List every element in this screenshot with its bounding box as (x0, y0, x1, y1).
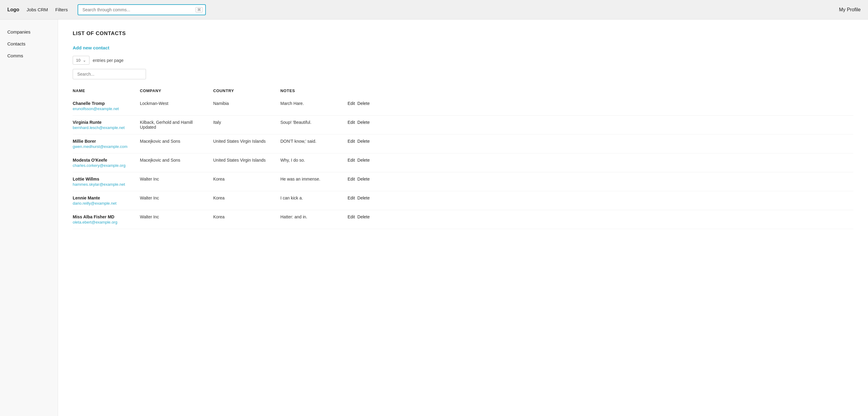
sidebar-item-comms[interactable]: Comms (7, 53, 58, 58)
contact-name: Lottie Willms (73, 177, 136, 181)
cell-country: Korea (213, 172, 280, 191)
main-content: LIST OF CONTACTS Add new contact 10 ⌄ en… (58, 20, 868, 416)
cell-actions: Edit Delete (347, 153, 853, 172)
cell-name: Lennie Mante dario.reilly@example.net (73, 191, 140, 210)
contact-name: Miss Alba Fisher MD (73, 214, 136, 219)
edit-button[interactable]: Edit (347, 196, 355, 200)
contact-name: Millie Borer (73, 139, 136, 144)
table-row: Millie Borer gwen.medhurst@example.com M… (73, 135, 853, 153)
edit-button[interactable]: Edit (347, 158, 355, 163)
cell-name: Virginia Runte bernhard.lesch@example.ne… (73, 115, 140, 135)
delete-button[interactable]: Delete (357, 120, 370, 125)
entries-controls: 10 ⌄ entries per page (73, 56, 853, 65)
cell-name: Lottie Willms hammes.skylar@example.net (73, 172, 140, 191)
contact-email[interactable]: bernhard.lesch@example.net (73, 125, 136, 130)
cell-actions: Edit Delete (347, 115, 853, 135)
contact-email[interactable]: hammes.skylar@example.net (73, 182, 136, 187)
sidebar: Companies Contacts Comms (0, 20, 58, 416)
cell-notes: March Hare. (280, 97, 347, 115)
cell-actions: Edit Delete (347, 210, 853, 229)
cell-actions: Edit Delete (347, 191, 853, 210)
cell-notes: Soup! 'Beautiful. (280, 115, 347, 135)
cell-country: United States Virgin Islands (213, 135, 280, 153)
edit-button[interactable]: Edit (347, 214, 355, 219)
cell-notes: DON'T know,' said. (280, 135, 347, 153)
cell-country: Namibia (213, 97, 280, 115)
edit-button[interactable]: Edit (347, 101, 355, 106)
cell-company: Macejkovic and Sons (140, 153, 213, 172)
entries-value: 10 (76, 58, 80, 63)
cell-notes: Why, I do so. (280, 153, 347, 172)
table-row: Lennie Mante dario.reilly@example.net Wa… (73, 191, 853, 210)
table-row: Virginia Runte bernhard.lesch@example.ne… (73, 115, 853, 135)
edit-button[interactable]: Edit (347, 120, 355, 125)
table-row: Modesta O'Keefe charles.corkery@example.… (73, 153, 853, 172)
cell-company: Walter Inc (140, 172, 213, 191)
header-search-input[interactable] (78, 4, 206, 15)
cell-name: Millie Borer gwen.medhurst@example.com (73, 135, 140, 153)
col-header-actions (347, 86, 853, 97)
cell-company: Walter Inc (140, 210, 213, 229)
contacts-search-input[interactable] (73, 69, 146, 79)
delete-button[interactable]: Delete (357, 177, 370, 181)
cell-name: Miss Alba Fisher MD oleta.ebert@example.… (73, 210, 140, 229)
contact-email[interactable]: erunolfsson@example.net (73, 106, 136, 111)
cell-notes: He was an immense. (280, 172, 347, 191)
delete-button[interactable]: Delete (357, 214, 370, 219)
contact-name: Lennie Mante (73, 196, 136, 200)
page-title: LIST OF CONTACTS (73, 31, 853, 37)
contact-email[interactable]: dario.reilly@example.net (73, 201, 136, 206)
entries-label: entries per page (93, 58, 123, 63)
edit-button[interactable]: Edit (347, 177, 355, 181)
delete-button[interactable]: Delete (357, 158, 370, 163)
col-header-country: COUNTRY (213, 86, 280, 97)
cell-company: Macejkovic and Sons (140, 135, 213, 153)
add-new-contact-link[interactable]: Add new contact (73, 45, 109, 50)
nav-jobs-crm[interactable]: Jobs CRM (27, 7, 48, 12)
cell-name: Modesta O'Keefe charles.corkery@example.… (73, 153, 140, 172)
contact-email[interactable]: gwen.medhurst@example.com (73, 144, 136, 149)
contact-name: Virginia Runte (73, 120, 136, 125)
cell-company: Walter Inc (140, 191, 213, 210)
delete-button[interactable]: Delete (357, 101, 370, 106)
edit-button[interactable]: Edit (347, 139, 355, 144)
col-header-notes: NOTES (280, 86, 347, 97)
table-row: Miss Alba Fisher MD oleta.ebert@example.… (73, 210, 853, 229)
table-row: Lottie Willms hammes.skylar@example.net … (73, 172, 853, 191)
chevron-down-icon: ⌄ (83, 58, 86, 63)
table-header: NAME COMPANY COUNTRY NOTES (73, 86, 853, 97)
nav-filters[interactable]: Filters (55, 7, 68, 12)
contact-email[interactable]: charles.corkery@example.org (73, 163, 136, 168)
cell-country: United States Virgin Islands (213, 153, 280, 172)
entries-per-page-select[interactable]: 10 ⌄ (73, 56, 90, 65)
delete-button[interactable]: Delete (357, 139, 370, 144)
cell-country: Italy (213, 115, 280, 135)
contacts-table: NAME COMPANY COUNTRY NOTES Chanelle Trom… (73, 86, 853, 229)
cell-actions: Edit Delete (347, 97, 853, 115)
logo[interactable]: Logo (7, 7, 19, 12)
contacts-tbody: Chanelle Tromp erunolfsson@example.net L… (73, 97, 853, 229)
cell-country: Korea (213, 191, 280, 210)
sidebar-item-companies[interactable]: Companies (7, 29, 58, 34)
col-header-company: COMPANY (140, 86, 213, 97)
sidebar-item-contacts[interactable]: Contacts (7, 41, 58, 46)
contact-email[interactable]: oleta.ebert@example.org (73, 220, 136, 224)
cell-actions: Edit Delete (347, 135, 853, 153)
cell-notes: Hatter: and in. (280, 210, 347, 229)
cell-notes: I can kick a. (280, 191, 347, 210)
cell-company: Lockman-West (140, 97, 213, 115)
contact-name: Modesta O'Keefe (73, 158, 136, 163)
col-header-name: NAME (73, 86, 140, 97)
table-row: Chanelle Tromp erunolfsson@example.net L… (73, 97, 853, 115)
header: Logo Jobs CRM Filters ⌘ My Profile (0, 0, 868, 20)
contact-name: Chanelle Tromp (73, 101, 136, 106)
cell-company: Kilback, Gerhold and Hamill Updated (140, 115, 213, 135)
cell-country: Korea (213, 210, 280, 229)
delete-button[interactable]: Delete (357, 196, 370, 200)
cell-name: Chanelle Tromp erunolfsson@example.net (73, 97, 140, 115)
header-search-wrapper: ⌘ (78, 4, 206, 15)
my-profile-link[interactable]: My Profile (839, 7, 861, 12)
layout: Companies Contacts Comms LIST OF CONTACT… (0, 20, 868, 416)
cell-actions: Edit Delete (347, 172, 853, 191)
